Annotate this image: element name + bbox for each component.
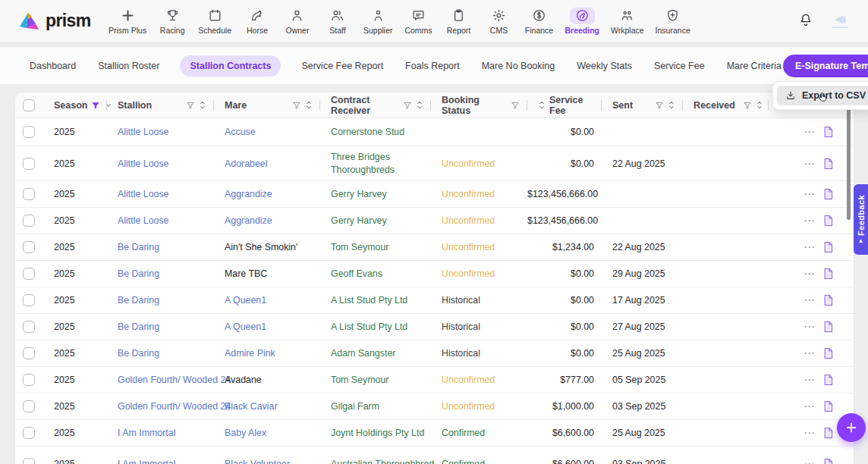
sort-icon[interactable] [538, 100, 546, 110]
nav-item-cms[interactable]: CMS [485, 8, 514, 35]
row-checkbox[interactable] [23, 126, 35, 138]
contract-document-icon[interactable] [822, 427, 834, 439]
whats-new-icon[interactable] [832, 14, 848, 28]
filter-icon[interactable] [743, 101, 752, 110]
contract-document-icon[interactable] [822, 241, 834, 253]
cell-mare-value[interactable]: Baby Alex [225, 428, 266, 438]
tab-service-fee[interactable]: Service Fee [653, 55, 706, 77]
cell-mare-value[interactable]: Aggrandize [225, 189, 272, 199]
row-checkbox[interactable] [23, 400, 35, 412]
row-checkbox[interactable] [23, 158, 35, 170]
contract-document-icon[interactable] [822, 321, 834, 333]
contract-document-icon[interactable] [822, 400, 834, 412]
cell-stallion-value[interactable]: Be Daring [118, 321, 159, 332]
row-more-actions-icon[interactable]: ⋯ [804, 460, 816, 464]
row-checkbox[interactable] [23, 321, 35, 333]
nav-item-wrkplace[interactable]: Wrkplace [611, 8, 644, 35]
cell-mare-value[interactable]: Admire Pink [225, 348, 275, 359]
row-more-actions-icon[interactable]: ⋯ [804, 323, 816, 331]
row-more-actions-icon[interactable]: ⋯ [804, 403, 816, 410]
contract-document-icon[interactable] [822, 215, 834, 227]
cell-stallion-value[interactable]: Be Daring [118, 268, 159, 279]
contract-document-icon[interactable] [822, 126, 834, 138]
cell-stallion-value[interactable]: Be Daring [118, 242, 159, 252]
notifications-bell-icon[interactable] [798, 12, 813, 30]
row-more-actions-icon[interactable]: ⋯ [804, 190, 816, 198]
tab-mare-no-booking[interactable]: Mare No Booking [480, 55, 557, 77]
tab-service-fee-report[interactable]: Service Fee Report [300, 55, 385, 77]
row-checkbox[interactable] [23, 374, 35, 386]
cell-stallion-value[interactable]: Alittle Loose [118, 158, 169, 169]
cell-mare-value[interactable]: Accuse [225, 127, 256, 137]
nav-item-racing[interactable]: Racing [158, 8, 187, 35]
nav-item-report[interactable]: Report [445, 8, 473, 35]
row-more-actions-icon[interactable]: ⋯ [804, 160, 816, 168]
tab-weekly-stats[interactable]: Weekly Stats [575, 55, 634, 77]
row-more-actions-icon[interactable]: ⋯ [804, 350, 816, 357]
nav-item-schedule[interactable]: Schedule [198, 8, 231, 35]
nav-item-horse[interactable]: Horse [243, 8, 272, 35]
feedback-button[interactable]: Feedback ▲ [854, 184, 868, 255]
tab-dashboard[interactable]: Dashboard [28, 55, 77, 77]
add-contract-fab[interactable] [837, 413, 866, 442]
cell-stallion-value[interactable]: Alittle Loose [118, 127, 169, 137]
nav-item-prism-plus[interactable]: Prism Plus [108, 8, 146, 35]
row-checkbox[interactable] [23, 241, 35, 253]
cell-mare-value[interactable]: Black Caviar [225, 401, 278, 412]
select-all-checkbox[interactable] [23, 99, 35, 111]
row-checkbox[interactable] [23, 188, 35, 200]
tab-stallion-roster[interactable]: Stallion Roster [96, 55, 161, 77]
nav-item-staff[interactable]: Staff [323, 8, 352, 35]
row-checkbox[interactable] [23, 268, 35, 280]
cell-stallion-value[interactable]: Alittle Loose [118, 189, 169, 199]
row-more-actions-icon[interactable]: ⋯ [804, 296, 816, 304]
sort-icon[interactable] [305, 100, 313, 110]
row-checkbox[interactable] [23, 427, 35, 439]
tab-mare-criteria[interactable]: Mare Criteria [725, 55, 783, 77]
row-checkbox[interactable] [23, 458, 35, 464]
row-more-actions-icon[interactable]: ⋯ [804, 429, 816, 437]
filter-icon[interactable] [511, 101, 520, 110]
contract-document-icon[interactable] [822, 294, 834, 306]
cell-mare-value[interactable]: A Queen1 [225, 321, 266, 332]
sort-icon[interactable] [668, 100, 675, 110]
contract-document-icon[interactable] [822, 188, 834, 200]
nav-item-supplier[interactable]: Supplier [363, 8, 393, 35]
nav-item-finance[interactable]: Finance [525, 8, 554, 35]
cell-stallion-value[interactable]: Alittle Loose [118, 215, 169, 226]
row-checkbox[interactable] [23, 294, 35, 306]
tab-stallion-contracts[interactable]: Stallion Contracts [180, 55, 281, 77]
cell-stallion-value[interactable]: Be Daring [118, 348, 159, 359]
contract-document-icon[interactable] [822, 268, 834, 280]
filter-icon[interactable] [655, 101, 664, 110]
row-more-actions-icon[interactable]: ⋯ [804, 270, 816, 277]
row-more-actions-icon[interactable]: ⋯ [804, 128, 816, 136]
row-more-actions-icon[interactable]: ⋯ [804, 243, 816, 251]
prism-logo[interactable]: prism [19, 11, 104, 31]
cell-stallion-value[interactable]: Be Daring [118, 295, 159, 306]
e-signature-templates-button[interactable]: E-Signature Templates [783, 55, 868, 77]
tab-foals-report[interactable]: Foals Report [404, 55, 461, 77]
filter-icon[interactable] [403, 101, 412, 110]
row-checkbox[interactable] [23, 347, 35, 359]
filter-icon[interactable] [292, 101, 301, 110]
cell-stallion-value[interactable]: I Am Immortal [118, 428, 175, 438]
sort-icon[interactable] [199, 100, 206, 110]
nav-item-owner[interactable]: Owner [283, 8, 312, 35]
contract-document-icon[interactable] [822, 347, 834, 359]
row-checkbox[interactable] [23, 215, 35, 227]
contract-document-icon[interactable] [822, 374, 834, 386]
vertical-scrollbar[interactable] [847, 108, 851, 220]
nav-item-insurance[interactable]: Insurance [656, 8, 690, 35]
cell-stallion-value[interactable]: I Am Immortal [118, 459, 175, 464]
contract-document-icon[interactable] [822, 158, 834, 170]
cell-mare-value[interactable]: Aggrandize [225, 215, 272, 226]
cell-mare-value[interactable]: Black Volunteer [225, 459, 290, 464]
cell-mare-value[interactable]: Adorabeel [225, 158, 268, 169]
filter-icon[interactable] [186, 101, 195, 110]
row-more-actions-icon[interactable]: ⋯ [804, 217, 816, 224]
row-more-actions-icon[interactable]: ⋯ [804, 376, 816, 384]
nav-item-breeding[interactable]: Breeding [565, 8, 600, 35]
sort-icon[interactable] [416, 100, 423, 110]
nav-item-comms[interactable]: Comms [404, 8, 433, 35]
